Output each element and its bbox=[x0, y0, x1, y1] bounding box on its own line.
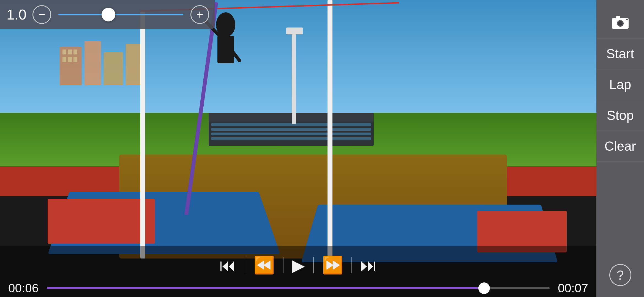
progress-fill bbox=[47, 287, 484, 289]
svg-point-28 bbox=[618, 21, 623, 26]
progress-thumb[interactable] bbox=[478, 282, 490, 294]
stop-button[interactable]: Stop bbox=[596, 100, 644, 131]
skip-to-start-button[interactable]: ⏮ bbox=[217, 255, 239, 275]
rewind-button[interactable]: ⏪ bbox=[251, 255, 277, 275]
play-button[interactable]: ▶ bbox=[289, 255, 308, 275]
speed-control-bar: 1.0 − + bbox=[0, 0, 215, 29]
svg-rect-24 bbox=[292, 28, 296, 124]
sidebar: Start Lap Stop Clear ? bbox=[596, 0, 644, 297]
fast-forward-button[interactable]: ⏩ bbox=[319, 255, 346, 275]
speed-increase-button[interactable]: + bbox=[190, 5, 209, 24]
speed-decrease-button[interactable]: − bbox=[32, 5, 51, 24]
svg-rect-17 bbox=[328, 0, 332, 261]
svg-rect-29 bbox=[616, 16, 620, 19]
progress-bar-container: 00:06 00:07 bbox=[0, 279, 596, 297]
video-player: 1.0 − + ⏮ ⏪ ▶ ⏩ bbox=[0, 0, 596, 297]
divider-2 bbox=[283, 257, 283, 273]
divider-3 bbox=[313, 257, 314, 273]
camera-icon bbox=[611, 14, 630, 30]
svg-rect-19 bbox=[184, 2, 218, 215]
start-button[interactable]: Start bbox=[596, 38, 644, 69]
speed-slider[interactable] bbox=[58, 13, 183, 16]
camera-icon-area[interactable] bbox=[596, 6, 644, 38]
controls-bar: ⏮ ⏪ ▶ ⏩ ⏭ 00:06 00:07 bbox=[0, 246, 596, 297]
lap-button[interactable]: Lap bbox=[596, 69, 644, 100]
svg-rect-16 bbox=[140, 11, 145, 258]
total-time: 00:07 bbox=[555, 281, 588, 295]
help-button[interactable]: ? bbox=[609, 264, 631, 286]
svg-rect-30 bbox=[626, 19, 628, 20]
speed-slider-track bbox=[58, 14, 183, 15]
divider-4 bbox=[351, 257, 352, 273]
progress-track[interactable] bbox=[47, 287, 550, 289]
clear-button[interactable]: Clear bbox=[596, 131, 644, 162]
playback-buttons: ⏮ ⏪ ▶ ⏩ ⏭ bbox=[0, 246, 596, 279]
divider-1 bbox=[245, 257, 245, 273]
speed-slider-thumb[interactable] bbox=[102, 8, 115, 21]
svg-rect-25 bbox=[286, 28, 303, 34]
speed-value: 1.0 bbox=[6, 6, 28, 23]
current-time: 00:06 bbox=[8, 281, 41, 295]
skip-to-end-button[interactable]: ⏭ bbox=[358, 255, 380, 275]
